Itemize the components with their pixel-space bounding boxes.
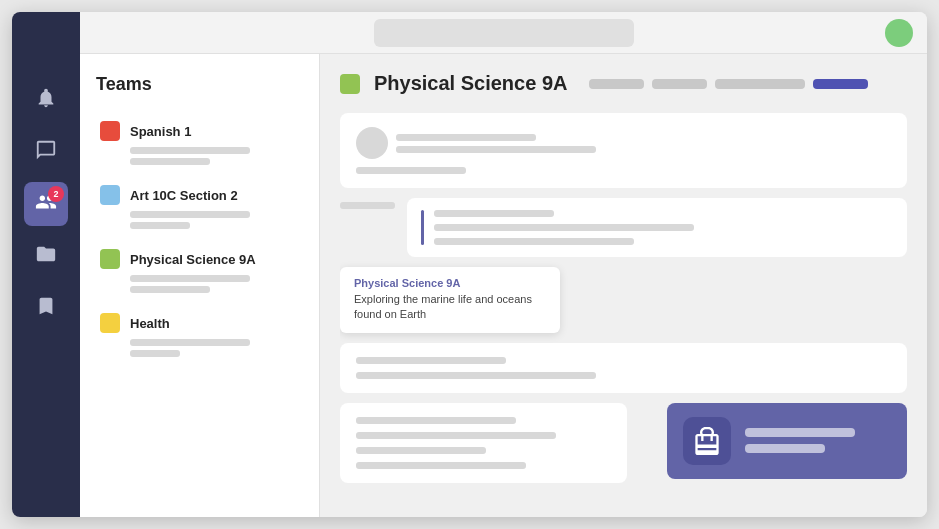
team-name-spanish1: Spanish 1 <box>130 124 191 139</box>
channel-title: Physical Science 9A <box>374 72 567 95</box>
team-name-physicsci9a: Physical Science 9A <box>130 252 256 267</box>
post-name-line <box>396 134 536 141</box>
team-subline <box>130 339 250 346</box>
search-bar[interactable] <box>374 19 634 47</box>
sidebar-item-notifications[interactable] <box>24 78 68 122</box>
timestamp-line <box>340 202 395 209</box>
chat-icon <box>35 139 57 165</box>
team-color-art10c <box>100 185 120 205</box>
header-pill <box>652 79 707 89</box>
team-color-health <box>100 313 120 333</box>
teams-panel-title: Teams <box>96 74 303 95</box>
feed-area: Physical Science 9A Exploring the marine… <box>340 113 907 483</box>
team-name-art10c: Art 10C Section 2 <box>130 188 238 203</box>
team-subline <box>130 222 190 229</box>
post-line4 <box>356 462 526 469</box>
backpack-icon <box>693 427 721 455</box>
popup-card[interactable] <box>667 403 907 479</box>
channel-color-dot <box>340 74 360 94</box>
popup-icon-bg <box>683 417 731 465</box>
popup-text <box>745 428 891 453</box>
sidebar-item-teams[interactable]: 2 <box>24 182 68 226</box>
teams-badge: 2 <box>48 186 64 202</box>
header-pill-active[interactable] <box>813 79 868 89</box>
team-subline <box>130 147 250 154</box>
post-line3 <box>356 447 486 454</box>
teams-panel: Teams Spanish 1 Art 10C Section 2 <box>80 54 320 517</box>
thread-content <box>434 210 893 245</box>
sidebar-item-files[interactable] <box>24 234 68 278</box>
header-pill <box>715 79 805 89</box>
post-content-line <box>396 146 596 153</box>
sidebar-item-assignments[interactable] <box>24 286 68 330</box>
team-color-physicsci9a <box>100 249 120 269</box>
team-subline <box>130 350 180 357</box>
team-item-health[interactable]: Health <box>96 305 303 365</box>
tooltip-title: Physical Science 9A <box>354 277 546 289</box>
team-subline <box>130 286 210 293</box>
channel-header-pills <box>589 79 868 89</box>
team-subline <box>130 275 250 282</box>
post-content-line <box>356 372 596 379</box>
post-name-line <box>356 357 506 364</box>
thread-row <box>340 198 907 257</box>
post-meta-line <box>356 167 466 174</box>
post-line2 <box>356 432 556 439</box>
team-color-spanish1 <box>100 121 120 141</box>
post-card-2 <box>340 343 907 393</box>
post-line1 <box>356 417 516 424</box>
team-item-physicsci9a[interactable]: Physical Science 9A <box>96 241 303 301</box>
bottom-row <box>340 403 907 483</box>
team-item-art10c[interactable]: Art 10C Section 2 <box>96 177 303 237</box>
team-subline <box>130 158 210 165</box>
main-content: Physical Science 9A <box>320 54 927 517</box>
files-icon <box>35 243 57 269</box>
post-avatar <box>356 127 388 159</box>
thread-name <box>434 210 554 217</box>
popup-line1 <box>745 428 855 437</box>
user-avatar[interactable] <box>885 19 913 47</box>
team-item-spanish1[interactable]: Spanish 1 <box>96 113 303 173</box>
header-pill <box>589 79 644 89</box>
app-window: 2 Teams Spanish 1 <box>12 12 927 517</box>
team-subline <box>130 211 250 218</box>
thread-border <box>421 210 424 245</box>
popup-line2 <box>745 444 825 453</box>
team-name-health: Health <box>130 316 170 331</box>
post-card <box>340 113 907 188</box>
thread-line1 <box>434 224 694 231</box>
top-bar <box>80 12 927 54</box>
bell-icon <box>35 87 57 113</box>
thread-left <box>340 198 395 209</box>
post-card-large <box>340 403 627 483</box>
channel-header: Physical Science 9A <box>340 72 907 95</box>
tooltip-card: Physical Science 9A Exploring the marine… <box>340 267 560 333</box>
tooltip-description: Exploring the marine life and oceans fou… <box>354 292 546 323</box>
thread-line2 <box>434 238 634 245</box>
sidebar-item-chat[interactable] <box>24 130 68 174</box>
sidebar-nav: 2 <box>12 12 80 517</box>
assignments-icon <box>35 295 57 321</box>
thread-card <box>407 198 907 257</box>
